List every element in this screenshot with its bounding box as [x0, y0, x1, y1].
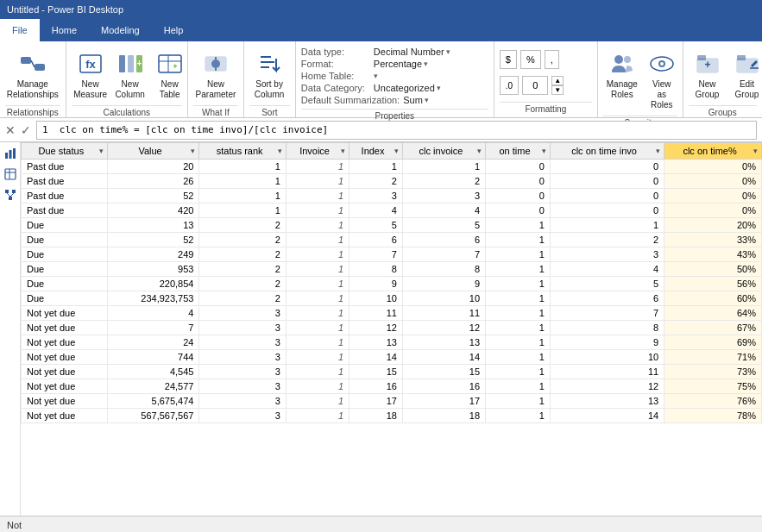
col-header-due-status[interactable]: Due status ▾ [22, 143, 108, 160]
col-header-on-time[interactable]: on time ▾ [486, 143, 551, 160]
table-cell: 234,923,753 [107, 291, 199, 306]
ribbon-group-calculations: fx NewMeasure + NewColumn [66, 41, 188, 117]
table-cell: 17 [350, 394, 403, 409]
table-cell: 7 [550, 306, 664, 321]
ribbon-group-relationships: ManageRelationships Relationships [0, 41, 66, 117]
table-cell: 0 [550, 174, 664, 189]
table-cell: 7 [107, 321, 199, 335]
default-summarization-value[interactable]: Sum ▾ [403, 95, 429, 105]
new-column-button[interactable]: + NewColumn [111, 47, 149, 103]
table-cell: 14 [402, 350, 485, 365]
col-header-clc-invoice[interactable]: clc invoice ▾ [402, 143, 485, 160]
decimal-input[interactable] [522, 76, 548, 95]
stepper-up[interactable]: ▲ [551, 76, 564, 85]
table-cell: 1 [286, 409, 349, 423]
currency-button[interactable]: $ [500, 50, 517, 69]
col-filter-value[interactable]: ▾ [191, 147, 195, 155]
new-table-button[interactable]: + NewTable [151, 47, 189, 103]
svg-line-41 [10, 193, 14, 197]
decrease-decimal-button[interactable]: .0 [500, 76, 519, 95]
edit-group-button[interactable]: EditGroup [728, 47, 763, 103]
table-cell: 14 [550, 409, 664, 423]
col-filter-clc-on-time-pct[interactable]: ▾ [753, 147, 758, 155]
table-cell: 1 [402, 160, 485, 174]
svg-rect-34 [5, 169, 16, 179]
tab-modeling[interactable]: Modeling [89, 19, 152, 41]
manage-roles-button[interactable]: ManageRoles [603, 47, 641, 103]
col-filter-status-rank[interactable]: ▾ [278, 147, 282, 155]
svg-line-2 [31, 60, 35, 67]
table-cell: Past due [22, 189, 108, 203]
table-cell: 1 [286, 233, 349, 247]
table-cell: 15 [402, 365, 485, 379]
formula-confirm[interactable]: ✓ [21, 123, 31, 137]
table-cell: 1 [286, 365, 349, 379]
new-measure-label: NewMeasure [73, 79, 107, 100]
tab-help[interactable]: Help [152, 19, 196, 41]
table-cell: 1 [486, 291, 551, 306]
svg-rect-1 [35, 64, 45, 71]
home-table-value[interactable]: ▾ [374, 72, 378, 80]
comma-button[interactable]: , [545, 50, 559, 69]
table-cell: 1 [350, 160, 403, 174]
groups-group-label: Groups [689, 105, 757, 119]
new-parameter-button[interactable]: NewParameter [193, 47, 238, 103]
new-group-button[interactable]: + NewGroup [689, 47, 727, 103]
view-as-roles-button[interactable]: View asRoles [643, 47, 681, 114]
format-value[interactable]: Percentage ▾ [374, 59, 428, 69]
formula-bar: ✕ ✓ [0, 118, 762, 142]
data-category-value[interactable]: Uncategorized ▾ [374, 83, 441, 93]
formatting-group-label: Formatting [500, 102, 592, 116]
col-header-index[interactable]: Index ▾ [350, 143, 403, 160]
col-filter-due-status[interactable]: ▾ [99, 147, 104, 155]
tab-file[interactable]: File [0, 19, 40, 41]
model-icon[interactable] [3, 187, 18, 203]
table-cell: Not yet due [22, 321, 108, 335]
col-header-clc-on-time-pct[interactable]: clc on time% ▾ [664, 143, 762, 160]
formula-cancel[interactable]: ✕ [5, 123, 16, 137]
tab-home[interactable]: Home [40, 19, 89, 41]
table-cell: 1 [286, 218, 349, 233]
table-cell: 10 [550, 350, 664, 365]
col-filter-invoice[interactable]: ▾ [341, 147, 345, 155]
chart-icon[interactable] [3, 146, 18, 161]
table-cell: 5 [350, 218, 403, 233]
table-cell: Not yet due [22, 394, 108, 409]
table-cell: 1 [199, 189, 286, 203]
data-type-value[interactable]: Decimal Number ▾ [374, 47, 450, 57]
percent-button[interactable]: % [520, 50, 541, 69]
table-cell: 67% [664, 321, 762, 335]
svg-rect-0 [21, 57, 31, 64]
col-filter-index[interactable]: ▾ [394, 147, 399, 155]
table-cell: 8 [550, 321, 664, 335]
stepper-down[interactable]: ▼ [551, 85, 564, 95]
formula-input[interactable] [36, 121, 757, 140]
sort-by-column-button[interactable]: Sort byColumn [249, 47, 289, 103]
table-cell: 24 [107, 335, 199, 350]
table-cell: 0 [550, 160, 664, 174]
col-filter-clc-on-time-invo[interactable]: ▾ [656, 147, 660, 155]
new-table-label: NewTable [160, 79, 180, 100]
table-cell: 7 [350, 247, 403, 262]
manage-relationships-button[interactable]: ManageRelationships [5, 47, 60, 103]
table-cell: 26 [107, 174, 199, 189]
data-type-row: Data type: Decimal Number ▾ [301, 47, 488, 57]
col-header-value[interactable]: Value ▾ [107, 143, 199, 160]
svg-point-24 [660, 62, 664, 66]
new-measure-button[interactable]: fx NewMeasure [72, 47, 110, 103]
table-row: Due5221661233% [22, 233, 762, 247]
table-cell: 1 [286, 321, 349, 335]
table-icon[interactable] [3, 166, 18, 182]
col-filter-clc-invoice[interactable]: ▾ [477, 147, 482, 155]
table-cell: 420 [107, 203, 199, 218]
table-cell: 4,545 [107, 365, 199, 379]
table-row: Past due261122000% [22, 174, 762, 189]
table-cell: Not yet due [22, 365, 108, 379]
table-cell: Not yet due [22, 350, 108, 365]
col-filter-on-time[interactable]: ▾ [542, 147, 546, 155]
col-header-clc-on-time-invo[interactable]: clc on time invo ▾ [550, 143, 664, 160]
new-group-label: NewGroup [696, 79, 720, 100]
col-header-status-rank[interactable]: status rank ▾ [199, 143, 286, 160]
col-header-invoice[interactable]: Invoice ▾ [286, 143, 349, 160]
table-cell: 5 [402, 218, 485, 233]
